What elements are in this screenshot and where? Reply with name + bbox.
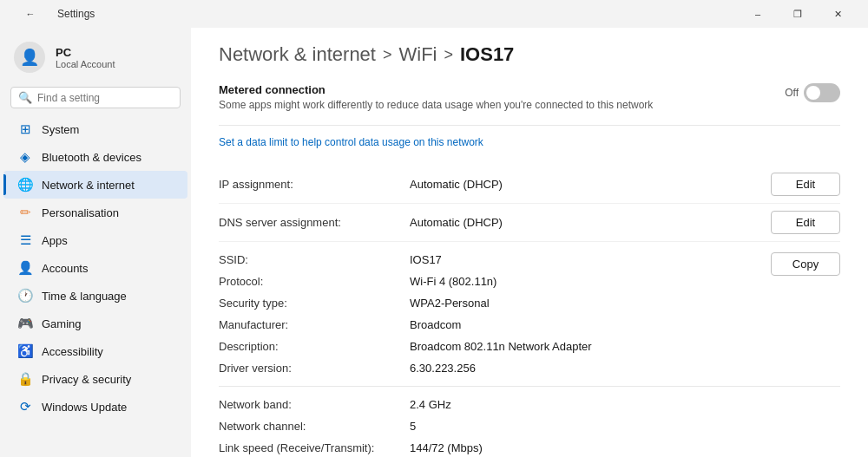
- titlebar: ← Settings – ❐ ✕: [0, 0, 868, 28]
- sidebar-item-system[interactable]: ⊞ System: [3, 115, 187, 143]
- ip-label: IP assignment:: [219, 178, 410, 191]
- privacy-icon: 🔒: [17, 371, 33, 387]
- sidebar-item-label: System: [42, 123, 79, 136]
- driver-label: Driver version:: [219, 362, 410, 375]
- metered-toggle[interactable]: [804, 83, 840, 102]
- protocol-label: Protocol:: [219, 275, 410, 288]
- ip-edit-button[interactable]: Edit: [771, 173, 840, 196]
- band-label: Network band:: [219, 398, 410, 411]
- personalisation-icon: ✏: [17, 205, 33, 220]
- metered-text: Metered connection Some apps might work …: [219, 83, 653, 111]
- sidebar-item-personalisation[interactable]: ✏ Personalisation: [3, 199, 187, 226]
- ssid-row: SSID: IOS17: [219, 249, 771, 271]
- sidebar-item-label: Personalisation: [42, 206, 119, 219]
- sidebar-item-privacy[interactable]: 🔒 Privacy & security: [3, 365, 187, 393]
- minimize-button[interactable]: –: [738, 0, 778, 28]
- protocol-value: Wi-Fi 4 (802.11n): [410, 275, 771, 288]
- update-icon: ⟳: [17, 399, 33, 415]
- link-speed-label: Link speed (Receive/Transmit):: [219, 441, 410, 454]
- titlebar-title: Settings: [57, 8, 95, 20]
- breadcrumb-sep2: >: [444, 46, 453, 64]
- driver-value: 6.30.223.256: [410, 362, 771, 375]
- sidebar-item-accounts[interactable]: 👤 Accounts: [3, 254, 187, 282]
- sidebar-item-apps[interactable]: ☰ Apps: [3, 226, 187, 254]
- security-row: Security type: WPA2-Personal: [219, 292, 771, 314]
- main-content: Metered connection Some apps might work …: [191, 76, 868, 457]
- description-row: Description: Broadcom 802.11n Network Ad…: [219, 336, 771, 357]
- sidebar-item-label: Privacy & security: [42, 373, 131, 386]
- time-icon: 🕐: [17, 288, 33, 304]
- sidebar-item-bluetooth[interactable]: ◈ Bluetooth & devices: [3, 143, 187, 171]
- sidebar-item-gaming[interactable]: 🎮 Gaming: [3, 310, 187, 337]
- sidebar-item-label: Apps: [42, 234, 68, 247]
- channel-label: Network channel:: [219, 420, 410, 433]
- sidebar-item-label: Accounts: [42, 262, 88, 275]
- ip-value: Automatic (DHCP): [410, 178, 771, 191]
- dns-label: DNS server assignment:: [219, 216, 410, 229]
- copy-button[interactable]: Copy: [771, 252, 840, 276]
- toggle-label: Off: [785, 87, 799, 99]
- accounts-icon: 👤: [17, 260, 33, 276]
- dns-assignment-row: DNS server assignment: Automatic (DHCP) …: [219, 204, 840, 242]
- breadcrumb-sep1: >: [383, 46, 392, 64]
- avatar: 👤: [14, 42, 45, 73]
- back-button[interactable]: ←: [10, 0, 50, 28]
- search-box[interactable]: 🔍: [10, 87, 181, 108]
- manufacturer-value: Broadcom: [410, 318, 771, 331]
- link-speed-row: Link speed (Receive/Transmit): 144/72 (M…: [219, 437, 840, 457]
- accessibility-icon: ♿: [17, 343, 33, 359]
- security-value: WPA2-Personal: [410, 297, 771, 310]
- link-details-section: Network band: 2.4 GHz Network channel: 5…: [219, 394, 840, 457]
- maximize-button[interactable]: ❐: [778, 0, 818, 28]
- system-icon: ⊞: [17, 121, 33, 137]
- sidebar-item-accessibility[interactable]: ♿ Accessibility: [3, 337, 187, 365]
- data-limit-link[interactable]: Set a data limit to help control data us…: [219, 136, 840, 148]
- breadcrumb: Network & internet > WiFi > IOS17: [191, 28, 868, 76]
- app-body: 👤 PC Local Account 🔍 ⊞ System ◈ Bluetoot…: [0, 28, 868, 457]
- ssid-label: SSID:: [219, 253, 410, 266]
- dns-edit-button[interactable]: Edit: [771, 211, 840, 234]
- description-label: Description:: [219, 340, 410, 353]
- sidebar-item-update[interactable]: ⟳ Windows Update: [3, 393, 187, 421]
- gaming-icon: 🎮: [17, 316, 33, 331]
- sidebar-item-label: Time & language: [42, 290, 127, 303]
- channel-row: Network channel: 5: [219, 415, 840, 437]
- network-details-left: SSID: IOS17 Protocol: Wi-Fi 4 (802.11n) …: [219, 249, 771, 379]
- driver-row: Driver version: 6.30.223.256: [219, 357, 771, 379]
- sidebar-item-network[interactable]: 🌐 Network & internet: [3, 171, 187, 199]
- band-value: 2.4 GHz: [410, 398, 840, 411]
- metered-title: Metered connection: [219, 83, 653, 96]
- breadcrumb-part2[interactable]: WiFi: [398, 43, 437, 66]
- apps-icon: ☰: [17, 232, 33, 248]
- search-icon: 🔍: [18, 91, 32, 104]
- bluetooth-icon: ◈: [17, 149, 33, 165]
- close-button[interactable]: ✕: [818, 0, 858, 28]
- divider: [219, 386, 840, 387]
- sidebar-item-label: Network & internet: [42, 179, 135, 192]
- content-area: Network & internet > WiFi > IOS17 Metere…: [191, 28, 868, 457]
- band-row: Network band: 2.4 GHz: [219, 394, 840, 415]
- user-info: PC Local Account: [56, 46, 115, 69]
- description-value: Broadcom 802.11n Network Adapter: [410, 340, 771, 353]
- ip-assignment-row: IP assignment: Automatic (DHCP) Edit: [219, 166, 840, 204]
- manufacturer-row: Manufacturer: Broadcom: [219, 314, 771, 336]
- search-input[interactable]: [37, 92, 173, 104]
- metered-description: Some apps might work differently to redu…: [219, 99, 653, 111]
- user-section[interactable]: 👤 PC Local Account: [0, 35, 191, 87]
- dns-value: Automatic (DHCP): [410, 216, 771, 229]
- security-label: Security type:: [219, 297, 410, 310]
- protocol-row: Protocol: Wi-Fi 4 (802.11n): [219, 271, 771, 292]
- link-speed-value: 144/72 (Mbps): [410, 441, 840, 454]
- sidebar: 👤 PC Local Account 🔍 ⊞ System ◈ Bluetoot…: [0, 28, 191, 457]
- sidebar-item-time[interactable]: 🕐 Time & language: [3, 282, 187, 310]
- metered-section: Metered connection Some apps might work …: [219, 76, 840, 126]
- network-icon: 🌐: [17, 177, 33, 193]
- user-name: PC: [56, 46, 115, 59]
- user-account: Local Account: [56, 59, 115, 69]
- sidebar-item-label: Bluetooth & devices: [42, 151, 141, 164]
- toggle-container: Off: [785, 83, 840, 102]
- sidebar-item-label: Accessibility: [42, 345, 103, 358]
- breadcrumb-part1[interactable]: Network & internet: [219, 43, 376, 66]
- sidebar-item-label: Windows Update: [42, 401, 127, 414]
- breadcrumb-part3: IOS17: [460, 43, 514, 66]
